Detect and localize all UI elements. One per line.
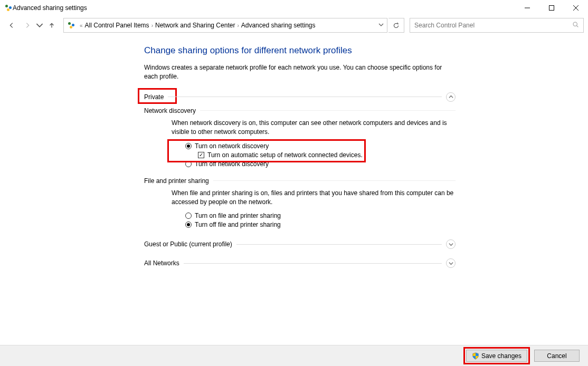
address-bar[interactable]: « All Control Panel Items › Network and … — [63, 18, 387, 33]
page-title: Change sharing options for different net… — [144, 45, 456, 56]
radio-file-printer-on[interactable]: Turn on file and printer sharing — [185, 212, 456, 219]
refresh-button[interactable] — [388, 18, 404, 33]
recent-locations-dropdown[interactable] — [36, 18, 43, 33]
chevron-down-icon[interactable] — [446, 258, 456, 268]
radio-label: Turn on file and printer sharing — [195, 212, 281, 219]
search-input[interactable] — [414, 22, 572, 29]
search-icon[interactable] — [572, 21, 579, 30]
section-private-body: Network discovery When network discovery… — [144, 103, 456, 239]
cancel-button-label: Cancel — [547, 352, 566, 360]
svg-rect-1 — [549, 6, 554, 11]
breadcrumb-item[interactable]: Network and Sharing Center — [155, 22, 235, 29]
section-private-label: Private — [144, 93, 168, 101]
chevron-down-icon[interactable] — [446, 239, 456, 249]
control-panel-icon — [4, 4, 13, 12]
forward-button[interactable] — [20, 18, 35, 33]
breadcrumb-item[interactable]: All Control Panel Items — [85, 22, 149, 29]
save-button[interactable]: Save changes — [466, 350, 527, 362]
titlebar: Advanced sharing settings — [0, 0, 588, 16]
nav-toolbar: « All Control Panel Items › Network and … — [0, 16, 588, 35]
cancel-button[interactable]: Cancel — [534, 350, 580, 362]
window-controls — [515, 0, 588, 16]
search-box[interactable] — [410, 18, 584, 33]
radio-icon — [185, 213, 192, 219]
network-discovery-description: When network discovery is on, this compu… — [172, 119, 456, 137]
chevron-right-icon: › — [237, 23, 239, 28]
breadcrumb-item[interactable]: Advanced sharing settings — [241, 22, 316, 29]
control-panel-icon — [67, 21, 75, 30]
highlight-save-button: Save changes — [463, 347, 530, 364]
radio-file-printer-off[interactable]: Turn off file and printer sharing — [185, 221, 456, 228]
radio-label: Turn off file and printer sharing — [195, 221, 281, 228]
page-description: Windows creates a separate network profi… — [144, 63, 456, 82]
section-all-label: All Networks — [144, 259, 184, 267]
chevron-up-icon[interactable] — [446, 92, 456, 102]
address-dropdown-icon[interactable] — [378, 22, 384, 29]
window-title: Advanced sharing settings — [13, 4, 87, 12]
close-button[interactable] — [564, 0, 588, 16]
chevron-right-icon: › — [151, 23, 153, 28]
subhead-label: File and printer sharing — [144, 177, 213, 185]
back-button[interactable] — [4, 18, 19, 33]
save-button-label: Save changes — [481, 352, 521, 360]
svg-line-5 — [577, 26, 578, 27]
section-guest-label: Guest or Public (current profile) — [144, 240, 236, 248]
file-printer-description: When file and printer sharing is on, fil… — [172, 189, 456, 207]
up-button[interactable] — [44, 18, 59, 33]
section-guest-header[interactable]: Guest or Public (current profile) — [144, 238, 456, 250]
svg-point-4 — [573, 22, 577, 26]
section-private-header[interactable]: Private — [144, 91, 456, 103]
subhead-network-discovery: Network discovery — [144, 107, 456, 114]
subhead-file-printer: File and printer sharing — [144, 177, 456, 185]
section-all-header[interactable]: All Networks — [144, 257, 456, 269]
minimize-button[interactable] — [515, 0, 539, 16]
content-area: Change sharing options for different net… — [0, 35, 588, 345]
maximize-button[interactable] — [539, 0, 564, 16]
breadcrumb-prefix: « — [80, 23, 83, 28]
footer-bar: Save changes Cancel — [0, 345, 588, 366]
subhead-label: Network discovery — [144, 107, 200, 114]
shield-icon — [472, 352, 479, 360]
highlight-network-discovery — [167, 139, 366, 162]
radio-icon — [185, 221, 192, 228]
